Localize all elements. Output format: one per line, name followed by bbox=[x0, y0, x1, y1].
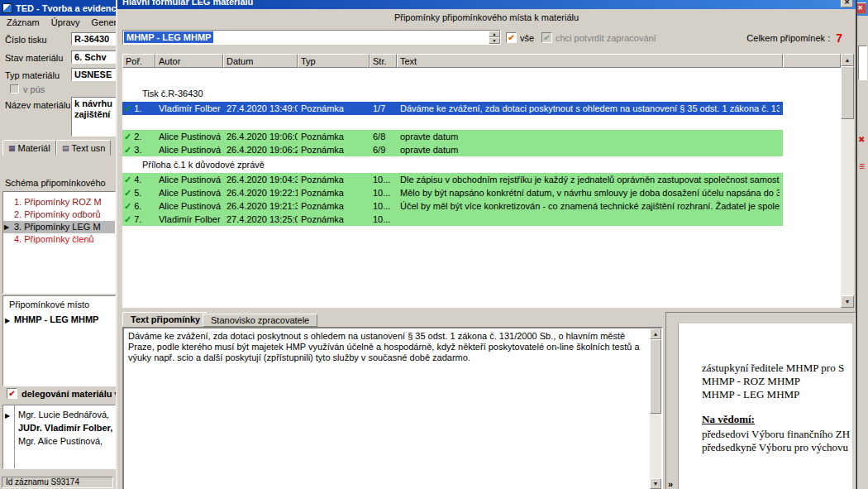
comment-textarea[interactable]: Dáváme ke zvážení, zda dotaci poskytnout… bbox=[122, 327, 663, 489]
column-header-datum[interactable]: Datum bbox=[223, 54, 298, 68]
v-pusobnosti-checkbox[interactable] bbox=[10, 84, 19, 93]
tab-stanovisko[interactable]: Stanovisko zpracovatele bbox=[203, 314, 317, 327]
schema-item-label: Připomínky členů bbox=[24, 234, 93, 244]
row-type: Poznámka bbox=[298, 143, 370, 156]
potvrdit-checkbox[interactable]: ✔ bbox=[541, 32, 552, 43]
main-statusbar: Id záznamu S93174 bbox=[2, 477, 113, 488]
h-scrollbar-arrow-icon[interactable]: » bbox=[668, 479, 673, 489]
preview-line-na-vedomi: Na vědomí: bbox=[679, 413, 852, 426]
stav-materialu-label: Stav materiálu bbox=[5, 53, 63, 63]
vse-label: vše bbox=[520, 33, 534, 43]
table-scrollbar-thumb[interactable] bbox=[841, 66, 854, 119]
total-comments-value: 7 bbox=[836, 31, 842, 45]
row-text: Dáváme ke zvážení, zda dotaci poskytnout… bbox=[397, 102, 780, 115]
comment-row-3[interactable]: ✓3. Alice Pustinová 26.4.2020 19:06:29 P… bbox=[122, 143, 783, 156]
column-header-por[interactable]: Poř. bbox=[122, 54, 155, 68]
close-icon: ✕ bbox=[844, 0, 850, 6]
column-header-filler bbox=[783, 54, 841, 68]
column-header-typ[interactable]: Typ bbox=[298, 54, 370, 68]
row-text: opravte datum bbox=[397, 143, 780, 156]
comment-row-4[interactable]: ✓4. Alice Pustinová 26.4.2020 19:04:32 P… bbox=[122, 173, 783, 186]
scroll-up-button[interactable]: ▲ bbox=[841, 54, 854, 66]
row-cursor-icon: ▶ bbox=[5, 410, 10, 422]
applied-check-icon: ✓ bbox=[124, 145, 131, 155]
combo-up-button[interactable]: ▲ bbox=[489, 31, 500, 37]
typ-materialu-field[interactable]: USNESE bbox=[71, 68, 117, 81]
menu-upravy[interactable]: Úpravy bbox=[51, 17, 80, 27]
pripominkove-misto-header: Připomínkové místo bbox=[9, 300, 89, 309]
tab-text-pripominky[interactable]: Text připomínky bbox=[122, 312, 208, 327]
row-date: 27.4.2020 13:49:06 bbox=[223, 102, 298, 115]
column-header-text[interactable]: Text bbox=[397, 54, 783, 68]
group-title-tisk: Tisk č.R-36430 bbox=[122, 88, 841, 99]
cislo-tisku-field[interactable]: R-36430 bbox=[71, 32, 117, 46]
menu-zaznam[interactable]: Záznam bbox=[7, 17, 40, 27]
stav-materialu-field[interactable]: 6. Schv bbox=[71, 50, 117, 64]
dialog-close-button[interactable]: ✕ bbox=[841, 0, 853, 7]
row-cursor-icon: ▶ bbox=[5, 314, 10, 327]
preview-line: předsedkyně Výboru pro výchovu bbox=[679, 441, 852, 454]
row-page: 6/8 bbox=[370, 130, 397, 143]
schema-item-roz[interactable]: 1. Připomínky ROZ M bbox=[3, 196, 115, 209]
table-scrollbar[interactable]: ▲ ▼ bbox=[841, 54, 854, 308]
comment-row-2[interactable]: ✓2. Alice Pustinová 26.4.2020 19:06:09 P… bbox=[122, 130, 783, 143]
combo-spinner: ▲ ▼ bbox=[489, 31, 500, 44]
preview-line: předsedovi Výboru finančního ZH bbox=[679, 428, 852, 441]
total-comments: Celkem připomínek : 7 bbox=[646, 30, 842, 46]
person-folber[interactable]: JUDr. Vladimír Folber, bbox=[18, 423, 112, 433]
textarea-scrollbar-track[interactable] bbox=[650, 414, 661, 478]
preview-line: MHMP - LEG MHMP bbox=[679, 388, 852, 401]
column-header-str[interactable]: Str. bbox=[370, 54, 397, 68]
dialog-title: Hlavní formulář LEG materiálu bbox=[122, 0, 253, 7]
schema-item-num: 4. bbox=[14, 234, 21, 244]
combo-down-button[interactable]: ▼ bbox=[489, 37, 500, 44]
schema-item-num: 3. bbox=[14, 222, 21, 232]
schema-item-num: 2. bbox=[14, 209, 21, 219]
text-usneseni-tab-icon: ▤ bbox=[62, 144, 69, 152]
delegovani-check-icon: ✔ bbox=[8, 390, 15, 398]
dialog-titlebar[interactable]: Hlavní formulář LEG materiálu ✕ bbox=[117, 0, 856, 9]
schema-item-leg[interactable]: ▶ 3. Připomínky LEG M bbox=[3, 221, 115, 233]
row-text: Účel by měl být více konkretizován - co … bbox=[397, 199, 780, 213]
total-comments-label: Celkem připomínek : bbox=[746, 33, 830, 43]
edge-red-bars-icon: ≡ bbox=[859, 161, 865, 172]
textarea-scrollbar-thumb[interactable] bbox=[650, 339, 661, 414]
delegovani-checkbox[interactable]: ✔ bbox=[7, 388, 17, 399]
down-arrow-icon: ▼ bbox=[845, 299, 851, 304]
tab-text-usneseni[interactable]: ▤ Text usn bbox=[56, 140, 111, 156]
pripominkove-misto-value[interactable]: MHMP - LEG MHMP bbox=[14, 314, 98, 324]
nazev-materialu-field[interactable]: k návrhu zajištění bbox=[71, 97, 117, 137]
applied-check-icon: ✓ bbox=[124, 103, 131, 113]
person-pustinova[interactable]: Mgr. Alice Pustinová, bbox=[18, 436, 103, 446]
applied-check-icon: ✓ bbox=[124, 175, 131, 185]
vse-checkbox[interactable]: ✔ bbox=[506, 32, 517, 43]
column-header-autor[interactable]: Autor bbox=[155, 54, 223, 68]
comment-row-6[interactable]: ✓6. Alice Pustinová 26.4.2020 19:21:38 P… bbox=[122, 199, 783, 213]
comment-row-5[interactable]: ✓5. Alice Pustinová 26.4.2020 19:22:10 P… bbox=[122, 186, 783, 199]
schema-listbox: 1. Připomínky ROZ M 2. Připomínky odborů… bbox=[2, 191, 116, 294]
down-arrow-icon: ▼ bbox=[493, 38, 497, 43]
table-scrollbar-track[interactable] bbox=[841, 119, 854, 295]
row-date: 26.4.2020 19:22:10 bbox=[223, 186, 298, 199]
schema-item-clenove[interactable]: 4. Připomínky členů bbox=[3, 233, 115, 246]
schema-item-odbory[interactable]: 2. Připomínky odborů bbox=[3, 209, 115, 221]
row-page: 1/7 bbox=[370, 102, 397, 115]
tab-material[interactable]: ▦ Materiál bbox=[2, 140, 56, 156]
document-preview-pane[interactable]: zástupkyní ředitele MHMP pro S MHMP - RO… bbox=[665, 312, 856, 489]
misto-combo[interactable]: MHMP - LEG MHMP ▲ ▼ bbox=[122, 30, 501, 45]
row-text: opravte datum bbox=[397, 130, 780, 143]
preview-line: MHMP - ROZ MHMP bbox=[679, 375, 852, 388]
comment-row-1[interactable]: ✓1. Vladimír Folber 27.4.2020 13:49:06 P… bbox=[122, 102, 783, 115]
status-text: Id záznamu S93174 bbox=[6, 477, 79, 487]
person-bednarova[interactable]: Mgr. Lucie Bednářová, bbox=[18, 410, 109, 419]
scroll-up-button[interactable]: ▲ bbox=[650, 328, 661, 339]
row-author: Alice Pustinová bbox=[155, 199, 223, 213]
comment-row-7[interactable]: ✓7. Vladimír Folber 27.4.2020 13:25:06 P… bbox=[122, 213, 783, 226]
ted-app-icon bbox=[2, 3, 12, 13]
people-gutter: ▶ bbox=[3, 405, 15, 468]
scroll-down-button[interactable]: ▼ bbox=[841, 295, 854, 308]
row-page: 10... bbox=[370, 186, 397, 199]
screen: TED - Tvorba a evidence ✕ Záznam Úpravy … bbox=[0, 0, 868, 489]
scroll-down-button[interactable]: ▼ bbox=[650, 478, 661, 489]
textarea-scrollbar[interactable]: ▲ ▼ bbox=[650, 328, 661, 489]
